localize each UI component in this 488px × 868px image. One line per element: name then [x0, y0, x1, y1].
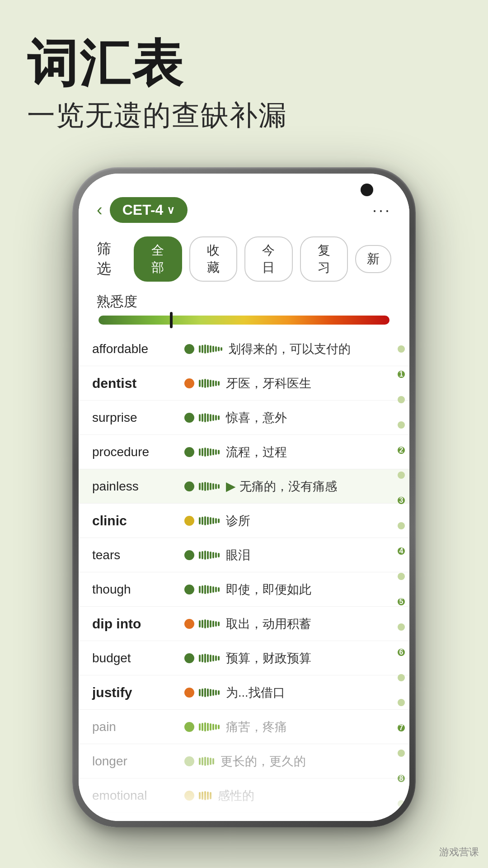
index-dot	[398, 573, 405, 580]
familiarity-dot	[184, 619, 194, 629]
word-meaning: 即使，即便如此	[226, 581, 391, 598]
familiarity-dot	[184, 516, 194, 526]
familiarity-dot	[184, 722, 194, 732]
word-row-clinic[interactable]: clinic 诊所	[79, 504, 409, 538]
page-background: 词汇表 一览无遗的查缺补漏 ‹ CET-4 ∨ ···	[0, 0, 488, 868]
word-text: though	[92, 582, 183, 597]
filter-review-button[interactable]: 复习	[300, 236, 348, 282]
word-text: justify	[92, 685, 183, 700]
word-meaning: 牙医，牙科医生	[226, 375, 391, 392]
phone-outer-shell: ‹ CET-4 ∨ ··· 筛选 全部 收藏 今日 复习	[72, 167, 416, 827]
cet-badge[interactable]: CET-4 ∨	[110, 197, 188, 223]
word-row-though[interactable]: though 即使，即便如此	[79, 572, 409, 607]
index-dot	[398, 396, 405, 403]
word-meaning: 预算，财政预算	[226, 650, 391, 666]
word-text: affordable	[92, 342, 183, 356]
word-row-longer[interactable]: longer 更长的，更久的	[79, 744, 409, 778]
cet-label: CET-4	[122, 202, 164, 218]
familiarity-bars	[199, 448, 220, 457]
familiarity-bars	[199, 379, 220, 388]
filter-today-button[interactable]: 今日	[244, 236, 292, 282]
familiarity-dot	[184, 378, 194, 388]
familiarity-dot	[184, 550, 194, 560]
familiarity-dot	[184, 653, 194, 663]
index-number: 1	[398, 371, 405, 378]
word-row-emotional[interactable]: emotional 感性的	[79, 778, 409, 813]
familiarity-bars	[199, 482, 220, 491]
word-text: procedure	[92, 445, 183, 459]
watermark: 游戏营课	[439, 845, 479, 859]
camera-notch	[361, 184, 373, 196]
word-meaning: 感性的	[218, 788, 391, 804]
word-text: budget	[92, 651, 183, 665]
index-dot	[398, 674, 405, 681]
familiarity-bars	[199, 757, 214, 766]
index-dot	[398, 750, 405, 757]
filter-new-button[interactable]: 新	[355, 245, 391, 273]
index-number: 2	[398, 447, 405, 454]
word-meaning: 痛苦，疼痛	[226, 719, 391, 735]
familiarity-bars	[199, 791, 211, 800]
word-row-justify[interactable]: justify 为...找借口	[79, 675, 409, 710]
chevron-down-icon: ∨	[167, 204, 175, 217]
word-text: dentist	[92, 376, 183, 391]
familiarity-dot	[184, 688, 194, 698]
word-row-tears[interactable]: tears 眼泪	[79, 538, 409, 572]
familiarity-bars	[199, 551, 220, 560]
familiarity-bars	[199, 654, 220, 663]
word-meaning: 更长的，更久的	[221, 753, 391, 769]
familiarity-thumb[interactable]	[170, 312, 173, 328]
word-meaning: 为...找借口	[226, 684, 391, 701]
familiarity-dot	[184, 344, 194, 354]
familiarity-bars	[199, 516, 220, 525]
word-row-dip-into[interactable]: dip into 取出，动用积蓄	[79, 607, 409, 641]
back-button[interactable]: ‹	[97, 200, 103, 220]
word-text: emotional	[92, 788, 183, 803]
filter-favorites-button[interactable]: 收藏	[189, 236, 237, 282]
word-row-experience[interactable]: 经验	[79, 813, 409, 821]
word-row-affordable[interactable]: affordable 划得来的，可以支付的	[79, 332, 409, 366]
index-dot	[398, 472, 405, 479]
familiarity-track[interactable]	[99, 316, 389, 325]
word-row-dentist[interactable]: dentist 牙医，牙科医生	[79, 366, 409, 401]
page-title: 词汇表	[27, 36, 461, 92]
page-subtitle: 一览无遗的查缺补漏	[27, 96, 461, 134]
app-screen: ‹ CET-4 ∨ ··· 筛选 全部 收藏 今日 复习	[79, 174, 409, 821]
index-sidebar: 1 2 3 4 5 6	[398, 332, 405, 821]
index-dot	[398, 800, 405, 807]
word-row-procedure[interactable]: procedure 流程，过程	[79, 435, 409, 469]
familiarity-bars	[199, 688, 220, 697]
familiarity-section: 熟悉度	[79, 286, 409, 332]
familiarity-bars	[199, 722, 220, 731]
word-meaning: 眼泪	[226, 547, 391, 563]
filter-all-button[interactable]: 全部	[134, 236, 182, 282]
familiarity-dot	[184, 756, 194, 766]
word-meaning: 惊喜，意外	[226, 410, 391, 426]
top-bar: ‹ CET-4 ∨ ···	[79, 174, 409, 232]
index-dot	[398, 522, 405, 529]
word-row-pain[interactable]: pain 痛苦，疼痛	[79, 710, 409, 744]
word-row-painless[interactable]: painless ▶ 无痛的，没有痛感	[79, 469, 409, 504]
familiarity-dot	[184, 447, 194, 457]
familiarity-bars	[199, 344, 222, 354]
familiarity-bars	[199, 585, 220, 594]
index-dot	[398, 421, 405, 429]
phone-screen: ‹ CET-4 ∨ ··· 筛选 全部 收藏 今日 复习	[79, 174, 409, 821]
familiarity-dot	[184, 585, 194, 594]
phone-mockup: ‹ CET-4 ∨ ··· 筛选 全部 收藏 今日 复习	[72, 167, 416, 827]
word-text: painless	[92, 479, 183, 494]
word-text: longer	[92, 754, 183, 769]
word-meaning: 无痛的，没有痛感	[239, 478, 391, 495]
index-dot	[398, 345, 405, 353]
index-number: 7	[398, 724, 405, 731]
word-meaning: 划得来的，可以支付的	[229, 341, 391, 357]
word-row-surprise[interactable]: surprise 惊喜，意外	[79, 401, 409, 435]
index-number: 3	[398, 497, 405, 504]
word-text: tears	[92, 548, 183, 562]
more-options-button[interactable]: ···	[372, 201, 391, 220]
familiarity-dot	[184, 481, 194, 491]
index-number: 4	[398, 547, 405, 555]
word-text: clinic	[92, 513, 183, 528]
word-row-budget[interactable]: budget 预算，财政预算	[79, 641, 409, 675]
familiarity-dot	[184, 791, 194, 801]
